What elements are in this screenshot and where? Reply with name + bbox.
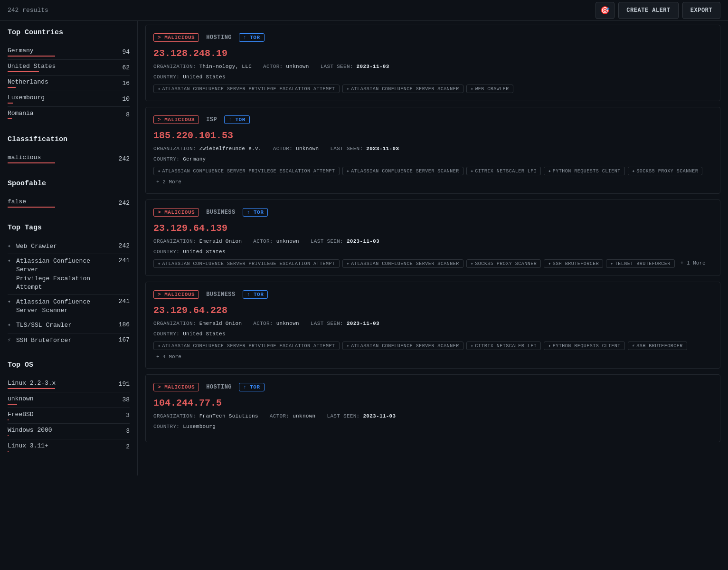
card-tag-label: CITRIX NETSCALER LFI [475, 169, 537, 174]
card-org: ORGANIZATION: Zwiebelfreunde e.V. [153, 146, 262, 152]
badge-hosting: HOSTING [202, 382, 236, 392]
card-tag[interactable]: ✦ ATLASSIAN CONFLUENCE SERVER PRIVILEGE … [153, 342, 340, 350]
badge-malicious: MALICIOUS [153, 383, 199, 391]
os-row[interactable]: Linux 2.2-3.x 191 [8, 377, 130, 392]
country-count: 16 [122, 80, 130, 87]
tag-count: 167 [115, 336, 130, 343]
country-row[interactable]: Luxembourg 10 [8, 91, 130, 107]
os-list: Linux 2.2-3.x 191 unknown 38 FreeBSD 3 W… [8, 377, 130, 455]
card-ip[interactable]: 23.129.64.228 [153, 305, 712, 316]
card-tag[interactable]: ✦ ATLASSIAN CONFLUENCE SERVER SCANNER [342, 85, 463, 93]
country-row[interactable]: United States 62 [8, 60, 130, 76]
country-name: United States [8, 63, 56, 70]
tag-count: 242 [115, 242, 130, 249]
card-tag[interactable]: ✦ ATLASSIAN CONFLUENCE SERVER SCANNER [342, 167, 463, 175]
card-tag[interactable]: ✦ SOCKS5 PROXY SCANNER [628, 167, 703, 175]
card-tag-icon: ✦ [471, 168, 474, 174]
result-card: MALICIOUSISPTOR 185.220.101.53 ORGANIZAT… [145, 107, 720, 194]
card-ip[interactable]: 104.244.77.5 [153, 398, 712, 408]
more-tags[interactable]: + 1 More [678, 259, 709, 268]
card-tag-icon: ✦ [610, 261, 614, 266]
tag-item[interactable]: ✦ Atlassian Confluence ServerPrivilege E… [8, 254, 130, 295]
card-meta: ORGANIZATION: Thin-nology, LLC ACTOR: un… [153, 64, 712, 69]
results-list: MALICIOUSHOSTINGTOR 23.128.248.19 ORGANI… [145, 25, 720, 442]
card-tag[interactable]: ✦ PYTHON REQUESTS CLIENT [544, 167, 625, 175]
spoofable-list: false 242 [8, 195, 130, 210]
classification-count: 242 [119, 155, 130, 162]
os-name: FreeBSD [8, 411, 34, 418]
tag-icon: ✦ [8, 257, 13, 264]
os-name: Windows 2000 [8, 427, 52, 434]
spoofable-bar [8, 207, 55, 208]
tag-item[interactable]: ✦ Web Crawler 242 [8, 239, 130, 254]
card-tag[interactable]: ✦ CITRIX NETSCALER LFI [466, 167, 541, 175]
card-tag[interactable]: ✦ PYTHON REQUESTS CLIENT [544, 342, 625, 350]
tag-item[interactable]: ⚡ SSH Bruteforcer 167 [8, 333, 130, 348]
tag-item[interactable]: ✦ TLS/SSL Crawler 186 [8, 318, 130, 333]
card-tag-icon: ✦ [471, 261, 474, 266]
results-count: 242 results [8, 7, 48, 14]
country-name: Luxembourg [8, 94, 45, 101]
tags-list: ✦ Web Crawler 242 ✦ Atlassian Confluence… [8, 239, 130, 348]
card-tag[interactable]: ✦ SOCKS5 PROXY SCANNER [466, 259, 541, 268]
os-row[interactable]: Linux 3.11+ 2 [8, 439, 130, 455]
card-actor: ACTOR: unknown [253, 321, 299, 326]
classification-row[interactable]: malicious 242 [8, 151, 130, 166]
card-tag[interactable]: ✦ WEB CRAWLER [466, 85, 513, 93]
country-row[interactable]: Netherlands 16 [8, 76, 130, 91]
os-bar [8, 451, 9, 452]
card-country: COUNTRY: United States [153, 331, 712, 337]
badge-tor: TOR [239, 33, 265, 42]
card-ip[interactable]: 23.128.248.19 [153, 48, 712, 59]
os-row[interactable]: unknown 38 [8, 392, 130, 408]
badge-tor: TOR [243, 208, 268, 217]
os-count: 191 [119, 380, 130, 388]
card-ip[interactable]: 23.129.64.139 [153, 223, 712, 234]
country-bar [8, 56, 55, 57]
badge-malicious: MALICIOUS [153, 208, 199, 217]
country-row[interactable]: Romania 8 [8, 107, 130, 122]
card-tag[interactable]: ⚡ SSH BRUTEFORCER [628, 342, 687, 350]
card-ip[interactable]: 185.220.101.53 [153, 130, 712, 141]
card-tag[interactable]: ✦ TELNET BRUTEFORCER [606, 259, 675, 268]
card-country: COUNTRY: United States [153, 249, 712, 255]
card-tag-label: TELNET BRUTEFORCER [615, 261, 671, 266]
filter-icon-btn[interactable]: 🎯 [596, 2, 615, 19]
card-tag[interactable]: ✦ ATLASSIAN CONFLUENCE SERVER SCANNER [342, 342, 463, 350]
card-tag-icon: ✦ [158, 86, 161, 92]
card-tag[interactable]: ✦ CITRIX NETSCALER LFI [466, 342, 541, 350]
os-row[interactable]: FreeBSD 3 [8, 408, 130, 424]
more-tags[interactable]: + 4 More [153, 353, 184, 361]
os-row[interactable]: Windows 2000 3 [8, 424, 130, 439]
badge-business: BUSINESS [202, 208, 240, 217]
card-actor: ACTOR: unknown [270, 413, 316, 419]
country-row[interactable]: Germany 94 [8, 44, 130, 60]
country-count: 8 [126, 111, 130, 118]
export-button[interactable]: EXPORT [682, 2, 720, 19]
card-tag[interactable]: ✦ ATLASSIAN CONFLUENCE SERVER PRIVILEGE … [153, 259, 340, 268]
card-tag-label: WEB CRAWLER [475, 86, 509, 92]
card-tag[interactable]: ✦ ATLASSIAN CONFLUENCE SERVER SCANNER [342, 259, 463, 268]
tag-icon: ✦ [8, 243, 13, 249]
card-tag-icon: ✦ [158, 343, 161, 349]
card-org: ORGANIZATION: Emerald Onion [153, 238, 242, 244]
results-panel: MALICIOUSHOSTINGTOR 23.128.248.19 ORGANI… [138, 21, 728, 475]
card-tag[interactable]: ✦ ATLASSIAN CONFLUENCE SERVER PRIVILEGE … [153, 85, 340, 93]
country-count: 10 [122, 95, 130, 103]
card-tag[interactable]: ✦ SSH BRUTEFORCER [544, 259, 603, 268]
card-tag-label: PYTHON REQUESTS CLIENT [553, 343, 621, 349]
create-alert-button[interactable]: CREATE ALERT [618, 2, 678, 19]
card-tag[interactable]: ✦ ATLASSIAN CONFLUENCE SERVER PRIVILEGE … [153, 167, 340, 175]
card-last-seen: LAST SEEN: 2023-11-03 [311, 321, 379, 326]
card-org: ORGANIZATION: Emerald Onion [153, 321, 242, 326]
tag-icon: ✦ [8, 298, 13, 304]
top-tags-title: Top Tags [8, 224, 130, 232]
tag-item[interactable]: ✦ Atlassian Confluence Server Scanner 24… [8, 295, 130, 318]
card-badges: MALICIOUSBUSINESSTOR [153, 290, 712, 299]
card-badges: MALICIOUSBUSINESSTOR [153, 208, 712, 217]
spoofable-section: Spoofable false 242 [8, 180, 130, 210]
card-badges: MALICIOUSISPTOR [153, 115, 712, 124]
card-tag-label: ATLASSIAN CONFLUENCE SERVER PRIVILEGE ES… [162, 86, 335, 92]
spoofable-row[interactable]: false 242 [8, 195, 130, 210]
more-tags[interactable]: + 2 More [153, 178, 184, 186]
